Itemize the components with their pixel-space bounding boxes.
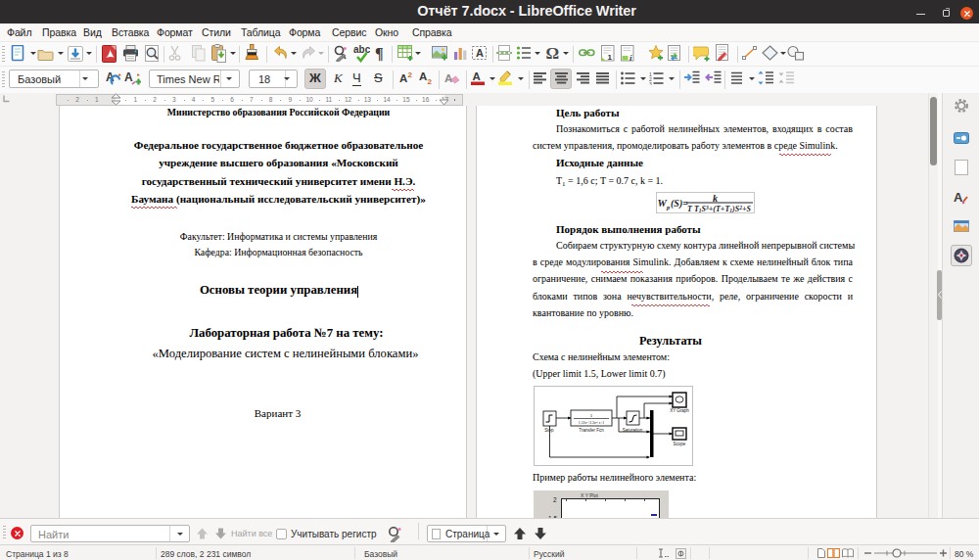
svg-text:(S)=: (S)= bbox=[671, 198, 688, 210]
svg-text:Step: Step bbox=[544, 428, 554, 433]
svg-text:A: A bbox=[399, 72, 407, 84]
svg-text:1.12s³+2.3s²+s+1: 1.12s³+2.3s²+s+1 bbox=[579, 421, 605, 425]
svg-text:A: A bbox=[473, 70, 481, 82]
svg-text:1: 1 bbox=[608, 53, 613, 62]
svg-text:Saturation: Saturation bbox=[623, 428, 643, 433]
svg-text:W: W bbox=[658, 198, 668, 209]
svg-text:3: 3 bbox=[649, 81, 652, 86]
svg-text:A: A bbox=[954, 190, 963, 205]
svg-text:T T1S3+(T+T1)S2+S: T T1S3+(T+T1)S2+S bbox=[687, 205, 751, 213]
svg-text:Ω: Ω bbox=[546, 44, 560, 62]
svg-text:A: A bbox=[419, 70, 427, 82]
svg-text:¶: ¶ bbox=[375, 45, 384, 62]
svg-text:A: A bbox=[444, 72, 452, 84]
svg-text:XY Graph: XY Graph bbox=[670, 408, 689, 413]
svg-text:k: k bbox=[713, 193, 718, 204]
svg-text:Scope: Scope bbox=[674, 442, 686, 446]
svg-text:2: 2 bbox=[408, 70, 413, 79]
svg-text:A: A bbox=[124, 70, 133, 84]
svg-text:abc: abc bbox=[353, 44, 370, 55]
svg-text:Transfer Fcn: Transfer Fcn bbox=[579, 428, 604, 433]
svg-text:A: A bbox=[476, 47, 484, 59]
svg-text:2: 2 bbox=[428, 77, 433, 85]
